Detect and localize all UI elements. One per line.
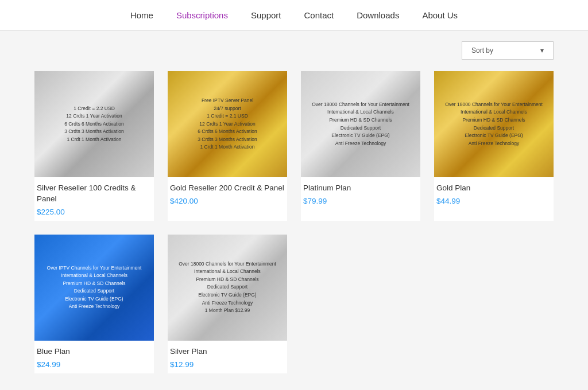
- product-price-5: $24.99: [37, 360, 152, 369]
- nav-item-contact[interactable]: Contact: [304, 10, 334, 20]
- product-image-4: Over 18000 Channels for Your Entertainme…: [434, 71, 554, 177]
- product-image-3: Over 18000 Channels for Your Entertainme…: [301, 71, 420, 177]
- product-image-text-4: Over 18000 Channels for Your Entertainme…: [445, 101, 543, 148]
- product-image-text-2: Free IPTV Server Panel24/7 support1 Cred…: [198, 97, 257, 151]
- product-image-2: Free IPTV Server Panel24/7 support1 Cred…: [168, 71, 287, 177]
- product-price-2: $420.00: [170, 197, 285, 205]
- product-price-3: $79.99: [303, 197, 418, 205]
- product-name-1: Silver Reseller 100 Credits & Panel: [37, 183, 152, 205]
- nav-item-home[interactable]: Home: [130, 10, 153, 20]
- product-price-6: $12.99: [170, 360, 285, 369]
- product-price-4: $44.99: [436, 197, 551, 205]
- sort-bar: Sort by ▾: [0, 31, 588, 65]
- sort-label: Sort by: [471, 46, 493, 54]
- product-image-5: Over IPTV Channels for Your Entertainmen…: [34, 235, 154, 341]
- chevron-down-icon: ▾: [540, 46, 544, 54]
- nav-item-downloads[interactable]: Downloads: [357, 10, 399, 20]
- product-name-4: Gold Plan: [436, 183, 551, 194]
- product-card-1[interactable]: 1 Credit = 2.2 USD12 Crdts 1 Year Activa…: [34, 71, 154, 221]
- product-image-text-5: Over IPTV Channels for Your Entertainmen…: [47, 264, 142, 311]
- product-image-text-1: 1 Credit = 2.2 USD12 Crdts 1 Year Activa…: [64, 105, 123, 144]
- product-price-1: $225.00: [37, 208, 152, 216]
- product-card-2[interactable]: Free IPTV Server Panel24/7 support1 Cred…: [168, 71, 287, 221]
- product-image-text-3: Over 18000 Channels for Your Entertainme…: [312, 101, 409, 148]
- product-card-3[interactable]: Over 18000 Channels for Your Entertainme…: [301, 71, 420, 221]
- product-name-6: Silver Plan: [170, 346, 285, 357]
- main-nav: HomeSubscriptionsSupportContactDownloads…: [0, 0, 588, 31]
- product-name-2: Gold Reseller 200 Credit & Panel: [170, 183, 285, 194]
- product-grid: 1 Credit = 2.2 USD12 Crdts 1 Year Activa…: [0, 65, 588, 390]
- sort-dropdown[interactable]: Sort by ▾: [462, 41, 554, 60]
- product-image-1: 1 Credit = 2.2 USD12 Crdts 1 Year Activa…: [34, 71, 154, 177]
- nav-item-subscriptions[interactable]: Subscriptions: [176, 10, 228, 20]
- product-image-text-6: Over 18000 Channels for Your Entertainme…: [179, 260, 276, 315]
- product-card-4[interactable]: Over 18000 Channels for Your Entertainme…: [434, 71, 554, 221]
- product-name-3: Platinum Plan: [303, 183, 418, 194]
- product-image-6: Over 18000 Channels for Your Entertainme…: [168, 235, 287, 341]
- product-name-5: Blue Plan: [37, 346, 152, 357]
- nav-item-about-us[interactable]: About Us: [422, 10, 458, 20]
- product-card-5[interactable]: Over IPTV Channels for Your Entertainmen…: [34, 235, 154, 373]
- nav-item-support[interactable]: Support: [251, 10, 281, 20]
- product-card-6[interactable]: Over 18000 Channels for Your Entertainme…: [168, 235, 287, 373]
